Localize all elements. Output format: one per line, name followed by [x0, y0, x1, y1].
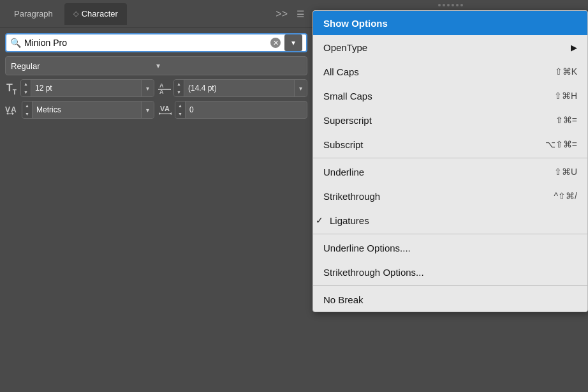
separator-1 — [313, 158, 587, 158]
options-dropdown-menu: Show Options OpenType ▶ All Caps ⇧⌘K Sma… — [312, 10, 588, 312]
font-size-arrows: ▲ ▼ — [21, 80, 31, 96]
svg-text:A: A — [159, 89, 164, 94]
menu-item-opentype-label: OpenType — [323, 42, 571, 53]
menu-item-small-caps-shortcut: ⇧⌘H — [554, 91, 577, 101]
tab-menu-icon[interactable]: ☰ — [294, 9, 307, 19]
menu-item-ligatures[interactable]: ✓ Ligatures — [313, 208, 587, 232]
drag-dot — [452, 4, 454, 6]
menu-item-underline-shortcut: ⇧⌘U — [554, 167, 577, 177]
font-size-up[interactable]: ▲ — [21, 80, 31, 88]
kerning-spinner[interactable]: ▲ ▼ Metrics ▾ — [22, 101, 154, 119]
separator-2 — [313, 234, 587, 234]
font-size-icon: TT — [5, 81, 18, 96]
svg-marker-12 — [170, 112, 172, 115]
menu-item-small-caps[interactable]: Small Caps ⇧⌘H — [313, 84, 587, 108]
search-dropdown-button[interactable]: ▾ — [284, 34, 302, 51]
svg-text:A: A — [165, 105, 170, 112]
drag-dots — [438, 4, 463, 6]
search-icon: 🔍 — [10, 38, 21, 48]
menu-item-ligatures-label: Ligatures — [330, 215, 577, 226]
kerning-down[interactable]: ▼ — [22, 110, 32, 118]
tracking-down[interactable]: ▼ — [175, 110, 185, 118]
menu-item-underline-options[interactable]: Underline Options.... — [313, 236, 587, 260]
kerning-control: VA ▲ ▼ Metrics ▾ — [5, 101, 154, 119]
leading-arrows: ▲ ▼ — [174, 80, 184, 96]
tab-character[interactable]: ◇ Character — [64, 3, 127, 25]
tab-bar: Paragraph ◇ Character >> ☰ — [0, 0, 312, 28]
menu-item-superscript-label: Superscript — [323, 115, 555, 126]
character-diamond-icon: ◇ — [73, 10, 78, 18]
tab-extras: >> ☰ — [273, 8, 307, 20]
tracking-spinner[interactable]: ▲ ▼ 0 — [175, 101, 307, 119]
tracking-up[interactable]: ▲ — [175, 102, 185, 110]
drag-dot — [447, 4, 450, 6]
kerning-icon: VA — [5, 102, 19, 118]
separator-3 — [313, 285, 587, 286]
search-bar: 🔍 ✕ ▾ — [5, 33, 307, 52]
menu-item-superscript[interactable]: Superscript ⇧⌘= — [313, 108, 587, 132]
menu-item-no-break-label: No Break — [323, 294, 577, 305]
tab-paragraph[interactable]: Paragraph — [5, 3, 62, 25]
font-size-control: TT ▲ ▼ 12 pt ▾ — [5, 79, 154, 97]
menu-item-all-caps-shortcut: ⇧⌘K — [555, 66, 577, 77]
leading-value: (14.4 pt) — [184, 84, 294, 93]
font-style-value: Regular — [11, 61, 156, 71]
tracking-arrows: ▲ ▼ — [175, 102, 186, 118]
kerning-arrows: ▲ ▼ — [22, 102, 33, 118]
leading-down[interactable]: ▼ — [174, 88, 184, 96]
menu-item-strikethrough-label: Strikethrough — [323, 191, 554, 202]
svg-marker-11 — [159, 112, 161, 115]
menu-item-strikethrough[interactable]: Strikethrough ^⇧⌘/ — [313, 184, 587, 208]
tab-paragraph-label: Paragraph — [14, 9, 53, 19]
font-style-arrow-icon: ▾ — [156, 61, 302, 70]
menu-item-underline-label: Underline — [323, 167, 554, 177]
search-input[interactable] — [24, 38, 270, 48]
menu-item-strikethrough-shortcut: ^⇧⌘/ — [554, 191, 577, 201]
kerning-value: Metrics — [33, 105, 141, 114]
tracking-control: V A ▲ ▼ 0 — [158, 101, 307, 119]
drag-handle — [312, 0, 588, 10]
kerning-dropdown[interactable]: ▾ — [141, 102, 154, 118]
font-style-select[interactable]: Regular ▾ — [5, 56, 307, 75]
font-size-spinner[interactable]: ▲ ▼ 12 pt ▾ — [20, 79, 154, 97]
svg-text:A: A — [11, 105, 17, 114]
kerning-up[interactable]: ▲ — [22, 102, 32, 110]
menu-item-subscript-label: Subscript — [323, 139, 545, 150]
menu-item-no-break[interactable]: No Break — [313, 287, 587, 312]
menu-item-small-caps-label: Small Caps — [323, 91, 554, 102]
menu-item-underline-options-label: Underline Options.... — [323, 243, 577, 253]
tab-character-label: Character — [82, 9, 118, 19]
menu-item-opentype[interactable]: OpenType ▶ — [313, 35, 587, 59]
font-style-row: Regular ▾ — [5, 56, 307, 75]
font-size-value: 12 pt — [31, 84, 141, 93]
menu-item-underline[interactable]: Underline ⇧⌘U — [313, 160, 587, 184]
drag-dot — [460, 4, 463, 6]
opentype-arrow-icon: ▶ — [571, 43, 577, 52]
menu-item-show-options-label: Show Options — [323, 18, 577, 29]
menu-item-subscript[interactable]: Subscript ⌥⇧⌘= — [313, 132, 587, 156]
tracking-value: 0 — [186, 105, 307, 114]
leading-spinner[interactable]: ▲ ▼ (14.4 pt) ▾ — [173, 79, 307, 97]
leading-up[interactable]: ▲ — [174, 80, 184, 88]
menu-item-strikethrough-options[interactable]: Strikethrough Options... — [313, 260, 587, 284]
leading-icon: AA — [158, 81, 171, 95]
drag-dot — [438, 4, 441, 6]
menu-item-superscript-shortcut: ⇧⌘= — [555, 115, 577, 125]
leading-dropdown[interactable]: ▾ — [294, 80, 307, 96]
font-size-dropdown[interactable]: ▾ — [141, 80, 154, 96]
ligatures-checkmark-icon: ✓ — [316, 215, 323, 225]
menu-item-subscript-shortcut: ⌥⇧⌘= — [545, 139, 577, 149]
tracking-icon: V A — [158, 102, 172, 118]
menu-item-show-options[interactable]: Show Options — [313, 11, 587, 35]
drag-dot — [443, 4, 445, 6]
drag-dot — [456, 4, 459, 6]
menu-item-strikethrough-options-label: Strikethrough Options... — [323, 267, 577, 278]
menu-item-all-caps-label: All Caps — [323, 66, 555, 77]
svg-text:A: A — [159, 82, 164, 89]
tab-forward-icon[interactable]: >> — [273, 8, 290, 20]
character-panel: Paragraph ◇ Character >> ☰ 🔍 ✕ ▾ Regular… — [0, 0, 312, 392]
font-size-down[interactable]: ▼ — [21, 88, 31, 96]
controls-grid: TT ▲ ▼ 12 pt ▾ AA ▲ ▼ (14.4 pt) — [5, 79, 307, 119]
menu-item-all-caps[interactable]: All Caps ⇧⌘K — [313, 59, 587, 84]
search-clear-button[interactable]: ✕ — [270, 38, 281, 48]
